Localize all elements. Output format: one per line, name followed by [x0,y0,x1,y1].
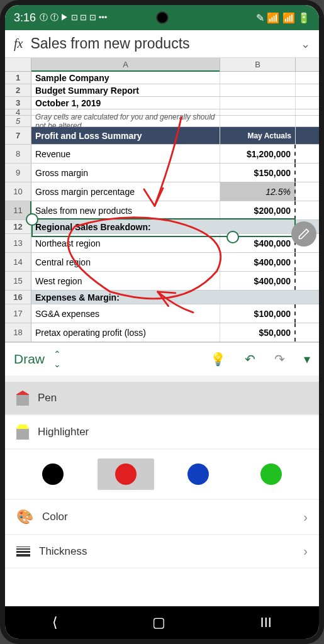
cell[interactable]: 12.5% [220,182,296,201]
tool-highlighter[interactable]: Highlighter [5,416,319,448]
table-row: 8 Revenue $1,200,000 [5,145,319,164]
color-swatch[interactable] [25,458,81,490]
row-header[interactable]: 7 [5,127,31,144]
cell[interactable]: $100,000 [220,304,296,323]
row-header[interactable]: 1 [5,72,31,84]
highlighter-label: Highlighter [38,426,89,438]
cell[interactable]: $400,000 [220,253,296,271]
row-header[interactable]: 16 [5,291,31,304]
selection-handle[interactable] [26,213,38,226]
cell[interactable]: $1,200,000 [220,145,296,163]
color-swatch[interactable] [243,458,299,490]
cell[interactable] [220,109,296,115]
ribbon-toolbar: Draw ⌃⌄ 💡 ↶ ↷ ▾ [5,342,319,375]
thickness-picker[interactable]: Thickness › [5,535,319,567]
selection-handle[interactable] [226,231,239,243]
table-row: 10 Gross margin percentage 12.5% [5,182,319,201]
table-row: 16 Expenses & Margin: [5,291,319,304]
row-header[interactable]: 9 [5,164,31,182]
cell[interactable]: $400,000 [220,272,296,290]
cell[interactable] [220,72,296,84]
cell[interactable] [220,84,296,96]
home-button[interactable]: ▢ [152,614,165,631]
row-header[interactable]: 8 [5,145,31,163]
row-header[interactable]: 10 [5,182,31,201]
chevron-right-icon: › [303,510,308,525]
row-header[interactable]: 18 [5,323,31,341]
table-row: 5 Gray cells are calculated for you and … [5,116,319,127]
table-row: 11 Sales from new products $200,000 [5,201,319,220]
cell[interactable] [220,97,296,109]
thickness-icon [16,547,30,557]
table-row: 1 Sample Company [5,72,319,84]
cell[interactable]: Pretax operating profit (loss) [31,323,220,341]
cell[interactable]: Expenses & Margin: [31,291,220,304]
row-header[interactable]: 17 [5,304,31,323]
spreadsheet-grid[interactable]: A B 1 Sample Company 2 Budget Summary Re… [5,58,319,342]
color-picker[interactable]: 🎨 Color › [5,500,319,534]
cell[interactable]: Profit and Loss Summary [31,127,220,144]
select-all-corner[interactable] [5,58,31,71]
col-header-b[interactable]: B [220,58,296,71]
more-icon[interactable]: ▾ [304,352,310,367]
color-swatch[interactable] [170,458,226,490]
table-row: 15 West region $400,000 [5,272,319,291]
recent-button[interactable]: III [260,614,272,631]
row-header[interactable]: 13 [5,234,31,252]
status-bar: 3:16 ⓕ ⓕ ▶ ⊡ ⊡ ⊡ ••• ✎ 📶 📶 🔋 [5,5,319,30]
cell[interactable]: Northeast region [31,234,220,252]
cell[interactable]: Central region [31,253,220,271]
redo-icon[interactable]: ↷ [274,352,285,367]
expand-icon[interactable]: ⌄ [301,37,310,51]
cell[interactable]: Sample Company [31,72,220,84]
cell[interactable]: October 1, 2019 [31,97,220,109]
cell[interactable]: Budget Summary Report [31,84,220,96]
ribbon-mode[interactable]: Draw [14,352,45,367]
pen-icon [16,391,29,406]
chevron-right-icon: › [303,544,308,558]
thickness-label: Thickness [39,545,87,558]
back-button[interactable]: ⟨ [52,614,58,631]
table-row: 3 October 1, 2019 [5,97,319,109]
cell[interactable]: Gross margin [31,164,220,182]
table-row: 2 Budget Summary Report [5,84,319,97]
fx-icon: fx [14,36,23,51]
phone-frame: 3:16 ⓕ ⓕ ▶ ⊡ ⊡ ⊡ ••• ✎ 📶 📶 🔋 fx Sales fr… [0,0,324,644]
tool-pen[interactable]: Pen [5,382,319,414]
row-header[interactable]: 14 [5,253,31,271]
cell[interactable]: $200,000 [220,201,296,219]
column-headers: A B [5,58,319,72]
cell[interactable]: Regional Sales Breakdown: [31,220,220,233]
palette-icon: 🎨 [16,509,33,525]
cell[interactable]: Sales from new products [31,201,220,219]
cell[interactable]: Gray cells are calculated for you and ge… [31,116,220,126]
cell[interactable]: $50,000 [220,323,296,341]
color-swatch[interactable] [98,458,154,490]
formula-text[interactable]: Sales from new products [30,35,301,52]
table-row: 14 Central region $400,000 [5,253,319,272]
cell[interactable] [220,291,296,304]
col-header-a[interactable]: A [31,58,220,71]
edit-button[interactable] [291,221,316,247]
cell[interactable]: West region [31,272,220,290]
cell[interactable]: SG&A expenses [31,304,220,323]
color-label: Color [42,511,68,523]
cell[interactable] [220,116,296,126]
cell[interactable]: May Actuals [220,127,296,144]
undo-icon[interactable]: ↶ [245,352,255,367]
table-row: 7 Profit and Loss Summary May Actuals [5,127,319,145]
table-row: 18 Pretax operating profit (loss) $50,00… [5,323,319,342]
status-icons-right: ✎ 📶 📶 🔋 [256,12,310,24]
row-header[interactable]: 4 [5,109,31,115]
row-header[interactable]: 2 [5,84,31,96]
status-time: 3:16 [14,11,36,25]
pen-label: Pen [38,392,57,404]
row-header[interactable]: 5 [5,116,31,126]
cell[interactable]: Revenue [31,145,220,163]
mode-switcher-icon[interactable]: ⌃⌄ [53,349,61,369]
cell[interactable]: Gross margin percentage [31,182,220,201]
hint-icon[interactable]: 💡 [210,352,226,367]
formula-bar[interactable]: fx Sales from new products ⌄ [5,30,319,58]
cell[interactable]: $150,000 [220,164,296,182]
row-header[interactable]: 15 [5,272,31,290]
